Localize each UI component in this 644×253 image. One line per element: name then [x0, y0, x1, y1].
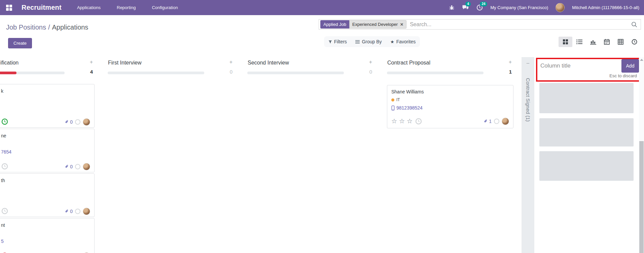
column-placeholder-block: [539, 118, 634, 146]
attachment-indicator: 0: [65, 164, 73, 169]
company-switcher[interactable]: My Company (San Francisco): [490, 5, 548, 10]
column-title: Second Interview: [248, 60, 289, 66]
user-avatar[interactable]: [556, 3, 565, 12]
apps-menu-icon[interactable]: [6, 5, 12, 11]
user-menu[interactable]: Mitchell Admin (11178666-15-0-all): [572, 5, 639, 10]
view-kanban-button[interactable]: [559, 37, 572, 47]
kanban-state-icon[interactable]: [75, 119, 80, 125]
scrollbar-thumb[interactable]: [639, 141, 644, 253]
app-brand[interactable]: Recruitment: [22, 4, 62, 11]
activity-clock-icon[interactable]: [1, 163, 8, 170]
new-column-panel: Add Esc to discard: [534, 57, 644, 253]
column-title-input[interactable]: [537, 59, 621, 73]
applicant-name: ne: [1, 133, 6, 138]
search-input[interactable]: [406, 22, 631, 28]
breadcrumb-job-positions[interactable]: Job Positions: [6, 24, 46, 31]
attachment-indicator: 0: [65, 209, 73, 214]
filters-button[interactable]: Filters: [328, 39, 347, 44]
kanban-column-contract-proposal: Contract Proposal + 1 Shane Williams IT …: [387, 57, 513, 77]
column-title: ification: [0, 60, 19, 66]
search-icon[interactable]: [631, 22, 637, 28]
column-add-icon[interactable]: +: [509, 59, 512, 65]
activities-badge: 24: [480, 2, 487, 6]
applicant-name: th: [1, 178, 5, 183]
column-add-icon[interactable]: +: [229, 59, 232, 65]
create-button[interactable]: Create: [8, 38, 32, 48]
kanban-card[interactable]: k 0: [0, 84, 95, 128]
column-placeholder-block: [539, 151, 634, 181]
group-by-icon: [355, 40, 360, 44]
column-placeholder-block: [539, 83, 634, 113]
column-progressbar[interactable]: [0, 72, 65, 74]
responsible-avatar: [83, 163, 90, 170]
vertical-scrollbar[interactable]: [639, 57, 644, 253]
scrollbar-up-icon[interactable]: [640, 59, 643, 61]
kanban-column-qualification: ification + 4 k 0 n: [0, 57, 95, 77]
paperclip-icon: [484, 119, 488, 124]
paperclip-icon: [65, 120, 69, 124]
paperclip-icon: [65, 164, 69, 169]
activity-clock-icon[interactable]: [1, 118, 8, 125]
column-count: 0: [230, 69, 232, 75]
column-count: 4: [90, 69, 93, 75]
search-facet: Applied Job Experienced Developer ✕: [320, 20, 406, 29]
kanban-view: ification + 4 k 0 n: [0, 57, 644, 253]
breadcrumb-applications: Applications: [52, 24, 88, 31]
messages-icon[interactable]: 4: [462, 4, 469, 11]
view-pivot-button[interactable]: [614, 37, 628, 47]
applicant-phone[interactable]: 5: [1, 239, 4, 244]
kanban-card[interactable]: nt 5 0: [0, 218, 95, 253]
kanban-card[interactable]: th 0: [0, 173, 95, 217]
group-by-button[interactable]: Group By: [355, 39, 382, 44]
applicant-phone[interactable]: 7654: [1, 149, 11, 155]
column-title: Contract Proposal: [387, 60, 430, 66]
responsible-avatar: [83, 208, 90, 215]
kanban-column-second-interview: Second Interview + 0: [247, 57, 374, 77]
priority-stars[interactable]: ☆☆☆: [391, 118, 413, 125]
debug-bug-icon[interactable]: [449, 5, 455, 10]
unfold-icon[interactable]: –: [522, 60, 534, 66]
search-options-bar: Filters Group By ★ Favorites: [324, 36, 420, 47]
view-graph-button[interactable]: [586, 37, 600, 47]
star-icon: ☆: [391, 118, 397, 125]
kanban-state-icon[interactable]: [75, 209, 80, 214]
messages-badge: 4: [465, 2, 471, 6]
column-count: 0: [369, 69, 372, 75]
view-switcher: [559, 37, 641, 47]
column-progressbar[interactable]: [108, 72, 204, 74]
kanban-state-icon[interactable]: [75, 164, 80, 169]
column-progressbar[interactable]: [247, 72, 344, 74]
folded-column-contract-signed[interactable]: – Contract Signed (1): [522, 57, 534, 253]
menu-configuration[interactable]: Configuration: [152, 5, 178, 10]
column-count: 1: [509, 69, 512, 75]
menu-applications[interactable]: Applications: [77, 5, 101, 10]
star-icon: ☆: [399, 118, 405, 125]
folded-column-title: Contract Signed (1): [525, 78, 531, 122]
view-calendar-button[interactable]: [600, 37, 614, 47]
search-bar: Applied Job Experienced Developer ✕: [319, 19, 641, 30]
funnel-icon: [328, 40, 332, 44]
kanban-card-shane-williams[interactable]: Shane Williams IT 9812398524 ☆☆☆ 1: [387, 85, 513, 128]
attachment-indicator: 0: [65, 119, 73, 125]
applicant-name: Shane Williams: [391, 89, 509, 94]
activity-clock-icon[interactable]: [1, 208, 8, 214]
breadcrumb: Job Positions/Applications: [6, 24, 88, 31]
activity-clock-icon[interactable]: [415, 118, 422, 125]
column-progressbar[interactable]: [387, 72, 484, 74]
column-add-icon[interactable]: +: [90, 59, 93, 65]
kanban-card[interactable]: ne 7654 0: [0, 129, 95, 172]
view-activity-button[interactable]: [628, 37, 641, 47]
annotation-highlight-box: Add Esc to discard: [536, 58, 640, 82]
applicant-phone[interactable]: 9812398524: [391, 105, 509, 111]
activities-icon[interactable]: 24: [476, 4, 483, 11]
view-list-button[interactable]: [572, 37, 586, 47]
tag-color-dot: [391, 98, 394, 101]
facet-remove-icon[interactable]: ✕: [400, 22, 403, 27]
add-column-button[interactable]: Add: [621, 59, 639, 73]
column-add-icon[interactable]: +: [369, 59, 372, 65]
kanban-state-icon[interactable]: [494, 119, 499, 124]
favorites-button[interactable]: ★ Favorites: [390, 39, 416, 44]
responsible-avatar: [502, 118, 509, 125]
column-title: First Interview: [108, 60, 142, 66]
menu-reporting[interactable]: Reporting: [117, 5, 136, 10]
